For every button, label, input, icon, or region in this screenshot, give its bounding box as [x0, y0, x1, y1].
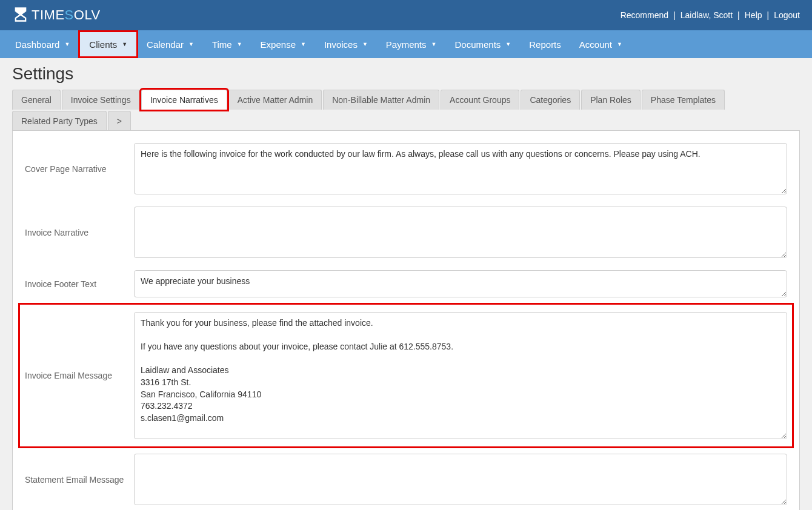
tabs-container: General Invoice Settings Invoice Narrati…	[12, 90, 800, 131]
tab-more[interactable]: >	[108, 111, 131, 131]
form-panel: Cover Page Narrative Invoice Narrative I…	[12, 130, 800, 510]
tab-active-matter-admin[interactable]: Active Matter Admin	[228, 90, 322, 110]
row-invoice-narrative: Invoice Narrative	[25, 207, 787, 258]
caret-down-icon: ▼	[431, 41, 437, 47]
tab-account-groups[interactable]: Account Groups	[441, 90, 519, 110]
nav-clients[interactable]: Clients ▼	[80, 32, 136, 56]
separator: |	[673, 10, 676, 20]
tab-categories[interactable]: Categories	[521, 90, 580, 110]
nav-label: Time	[212, 39, 232, 50]
row-invoice-footer-text: Invoice Footer Text	[25, 270, 787, 297]
nav-label: Documents	[454, 39, 501, 50]
nav-payments[interactable]: Payments ▼	[377, 30, 446, 58]
tab-invoice-settings[interactable]: Invoice Settings	[62, 90, 140, 110]
caret-down-icon: ▼	[505, 41, 511, 47]
nav-time[interactable]: Time ▼	[203, 30, 251, 58]
row-cover-page-narrative: Cover Page Narrative	[25, 143, 787, 194]
nav-label: Reports	[529, 39, 561, 50]
caret-down-icon: ▼	[122, 41, 127, 47]
nav-label: Calendar	[147, 39, 184, 50]
invoice-narrative-input[interactable]	[134, 207, 787, 258]
statement-email-message-input[interactable]	[134, 454, 787, 505]
caret-down-icon: ▼	[237, 41, 242, 47]
nav-bar: Dashboard ▼ Clients ▼ Calendar ▼ Time ▼ …	[0, 30, 812, 58]
invoice-footer-text-input[interactable]	[134, 270, 787, 297]
page-title: Settings	[12, 64, 800, 84]
tab-related-party-types[interactable]: Related Party Types	[12, 111, 107, 131]
nav-label: Invoices	[324, 39, 358, 50]
nav-expense[interactable]: Expense ▼	[251, 30, 315, 58]
row-invoice-email-message: Invoice Email Message	[25, 310, 787, 442]
label-invoice-email-message: Invoice Email Message	[25, 371, 134, 380]
user-link[interactable]: Laidlaw, Scott	[681, 10, 733, 20]
tab-plan-roles[interactable]: Plan Roles	[581, 90, 641, 110]
nav-label: Account	[579, 39, 612, 50]
row-statement-email-message: Statement Email Message	[25, 454, 787, 505]
nav-invoices[interactable]: Invoices ▼	[315, 30, 377, 58]
tab-phase-templates[interactable]: Phase Templates	[642, 90, 725, 110]
header-top: TIMESOLV Recommend | Laidlaw, Scott | He…	[0, 0, 812, 30]
logout-link[interactable]: Logout	[774, 10, 800, 20]
recommend-link[interactable]: Recommend	[621, 10, 668, 20]
label-statement-email-message: Statement Email Message	[25, 475, 134, 485]
nav-label: Dashboard	[15, 39, 59, 50]
nav-label: Expense	[261, 39, 296, 50]
caret-down-icon: ▼	[188, 41, 194, 47]
caret-down-icon: ▼	[362, 41, 368, 47]
nav-label: Clients	[89, 39, 117, 50]
caret-down-icon: ▼	[301, 41, 306, 47]
nav-label: Payments	[386, 39, 427, 50]
nav-account[interactable]: Account ▼	[570, 30, 631, 58]
cover-page-narrative-input[interactable]	[134, 143, 787, 194]
label-invoice-narrative: Invoice Narrative	[25, 228, 134, 237]
tab-invoice-narratives[interactable]: Invoice Narratives	[141, 90, 227, 110]
separator: |	[767, 10, 770, 20]
nav-calendar[interactable]: Calendar ▼	[138, 30, 203, 58]
logo-text: TIMESOLV	[32, 7, 101, 23]
tab-general[interactable]: General	[12, 90, 61, 110]
help-link[interactable]: Help	[745, 10, 762, 20]
hourglass-icon	[12, 6, 29, 25]
caret-down-icon: ▼	[64, 41, 70, 47]
content: Settings General Invoice Settings Invoic…	[0, 58, 812, 510]
separator: |	[737, 10, 740, 20]
nav-documents[interactable]: Documents ▼	[445, 30, 520, 58]
nav-dashboard[interactable]: Dashboard ▼	[6, 30, 79, 58]
caret-down-icon: ▼	[617, 41, 622, 47]
label-cover-page-narrative: Cover Page Narrative	[25, 164, 134, 174]
tab-non-billable-matter-admin[interactable]: Non-Billable Matter Admin	[323, 90, 439, 110]
nav-reports[interactable]: Reports	[520, 30, 570, 58]
label-invoice-footer-text: Invoice Footer Text	[25, 279, 134, 289]
logo[interactable]: TIMESOLV	[12, 6, 101, 25]
invoice-email-message-input[interactable]	[134, 312, 787, 439]
header-links: Recommend | Laidlaw, Scott | Help | Logo…	[621, 10, 800, 20]
